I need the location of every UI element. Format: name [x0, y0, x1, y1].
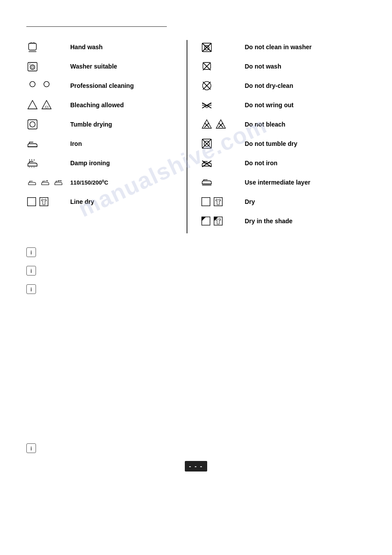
professional-cleaning-label: Professional cleaning [70, 82, 134, 89]
no-iron-label: Do not iron [245, 160, 277, 167]
svg-rect-10 [28, 120, 37, 129]
no-tumble-dry-icons [201, 138, 245, 150]
info-row-3: i [26, 283, 366, 294]
no-dry-clean-label: Do not dry-clean [245, 82, 293, 89]
no-iron-icons [201, 157, 245, 169]
no-washer-label: Do not clean in washer [245, 44, 311, 51]
no-wring-icon [201, 99, 213, 111]
professional-cleaning-icons [26, 80, 70, 92]
info-section: i i i [26, 247, 366, 294]
damp-ironing-icon [26, 157, 39, 169]
symbol-row-tumble-drying: Tumble drying [26, 117, 178, 131]
temp-icon3 [53, 178, 64, 187]
hand-wash-label: Hand wash [70, 44, 103, 51]
svg-point-16 [47, 180, 48, 181]
svg-point-3 [31, 66, 33, 68]
symbol-row-line-dry: Line dry [26, 195, 178, 209]
svg-point-5 [30, 81, 35, 87]
symbol-row-damp-ironing: Damp ironing [26, 156, 178, 170]
info-icon-1: i [26, 247, 36, 257]
symbol-row-temp: 110/150/2000C [26, 175, 178, 189]
damp-ironing-label: Damp ironing [70, 160, 110, 167]
hand-wash-icons [26, 41, 70, 53]
symbol-row-washer-suitable: Washer suitable [26, 59, 178, 73]
no-dry-clean-icon [201, 80, 213, 92]
svg-point-11 [30, 122, 35, 127]
temp-icon1 [26, 178, 38, 187]
washer-suitable-label: Washer suitable [70, 63, 117, 70]
left-column: Hand wash Washer suitable [26, 40, 187, 233]
bleaching-allowed-label: Bleaching allowed [70, 102, 124, 109]
dry-shade-label: Dry in the shade [245, 218, 292, 225]
svg-rect-46 [202, 198, 210, 206]
professional-cleaning-icon1 [26, 80, 39, 92]
tumble-drying-icons [26, 118, 70, 131]
svg-point-17 [58, 180, 60, 181]
temp-icon2 [40, 178, 51, 187]
symbol-row-no-bleach: Do not bleach [201, 117, 366, 131]
info-icon-3: i [26, 284, 36, 294]
symbol-row-no-wring: Do not wring out [201, 98, 366, 112]
washer-suitable-icon [26, 60, 39, 73]
bottom-info-row: i [26, 443, 366, 453]
symbol-row-intermediate-layer: Use intermediate layer [201, 175, 366, 189]
line-dry-icon1 [26, 196, 37, 207]
no-wring-label: Do not wring out [245, 102, 293, 109]
no-bleach-icon1 [201, 118, 213, 131]
no-iron-icon [201, 157, 213, 169]
no-washer-icons [201, 41, 245, 53]
top-divider [26, 26, 167, 27]
iron-icons [26, 138, 70, 150]
no-wash-icons [201, 60, 245, 73]
svg-marker-49 [202, 217, 206, 221]
no-tumble-dry-icon [201, 138, 213, 150]
bottom-badge: - - - [185, 461, 208, 472]
dry-shade-icon2 [213, 216, 223, 226]
temp-label: 110/150/2000C [70, 179, 108, 186]
svg-point-18 [60, 180, 61, 181]
no-wash-label: Do not wash [245, 63, 281, 70]
iron-label: Iron [70, 140, 82, 147]
symbol-row-dry-shade: Dry in the shade [201, 214, 366, 228]
line-dry-icons [26, 196, 70, 207]
symbol-row-no-tumble-dry: Do not tumble dry [201, 137, 366, 151]
no-tumble-dry-label: Do not tumble dry [245, 140, 297, 147]
symbol-row-no-wash: Do not wash [201, 59, 366, 73]
info-icon-2: i [26, 266, 36, 276]
svg-marker-32 [202, 120, 212, 128]
no-dry-clean-icons [201, 80, 245, 92]
spacer [26, 302, 366, 434]
bleaching-icon1 [26, 99, 39, 111]
svg-marker-35 [216, 120, 226, 128]
symbol-row-iron: Iron [26, 137, 178, 151]
no-bleach-icon2 [215, 118, 227, 131]
right-column: Do not clean in washer Do not wash [187, 40, 366, 233]
info-row-2: i [26, 265, 366, 276]
dry-shade-icons [201, 216, 245, 226]
dry-label: Dry [245, 198, 255, 205]
symbol-row-no-iron: Do not iron [201, 156, 366, 170]
symbol-row-no-washer: Do not clean in washer [201, 40, 366, 54]
svg-point-6 [44, 81, 49, 87]
svg-point-2 [30, 65, 35, 70]
washer-suitable-icons [26, 60, 70, 73]
damp-ironing-icons [26, 157, 70, 169]
temp-icons [26, 178, 70, 187]
dry-icon1 [201, 196, 211, 207]
symbol-row-dry: Dry [201, 195, 366, 209]
info-row-1: i [26, 247, 366, 257]
professional-cleaning-icon2 [40, 80, 53, 92]
symbol-row-hand-wash: Hand wash [26, 40, 178, 54]
no-wring-icons [201, 99, 245, 111]
symbol-row-professional-cleaning: Professional cleaning [26, 79, 178, 93]
dry-icons [201, 196, 245, 207]
bottom-badge-container: - - - [26, 461, 366, 472]
symbols-section: Hand wash Washer suitable [26, 40, 366, 233]
intermediate-layer-icon [201, 176, 213, 189]
svg-marker-7 [28, 101, 37, 109]
svg-rect-19 [28, 198, 36, 206]
bottom-info-icon: i [26, 443, 36, 453]
tumble-drying-icon [26, 118, 39, 131]
bleaching-icon2: Cl [40, 99, 53, 111]
symbol-row-bleaching-allowed: Cl Bleaching allowed [26, 98, 178, 112]
